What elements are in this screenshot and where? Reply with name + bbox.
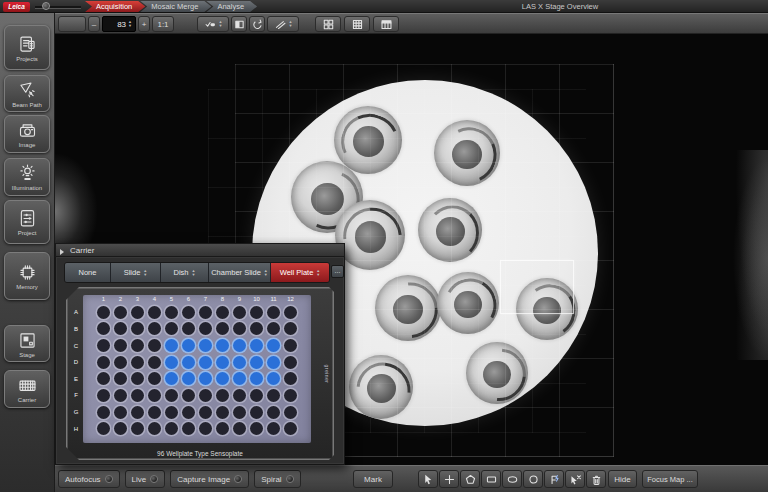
table-button[interactable]: [373, 16, 399, 32]
well-A8[interactable]: [216, 306, 229, 319]
well-F1[interactable]: [97, 389, 110, 402]
well-E3[interactable]: [131, 372, 144, 385]
well-D2[interactable]: [114, 356, 127, 369]
well-C8[interactable]: [216, 339, 229, 352]
select-region-button[interactable]: [58, 16, 86, 32]
tab-analyse[interactable]: Analyse: [206, 1, 257, 12]
sidebar-item-stage[interactable]: Stage: [4, 325, 50, 362]
sidebar-item-image[interactable]: Image: [4, 115, 50, 153]
well-A12[interactable]: [284, 306, 297, 319]
well-C9[interactable]: [233, 339, 246, 352]
crosshair-button[interactable]: [439, 470, 459, 488]
well-D12[interactable]: [284, 356, 297, 369]
well-H10[interactable]: [250, 422, 263, 435]
well-E9[interactable]: [233, 372, 246, 385]
circle-button[interactable]: [523, 470, 543, 488]
stepper-arrows[interactable]: ▲▼: [219, 20, 223, 27]
well-G2[interactable]: [114, 406, 127, 419]
well-A4[interactable]: [148, 306, 161, 319]
brightness-slider-knob[interactable]: [42, 2, 50, 10]
well-D11[interactable]: [267, 356, 280, 369]
well-B5[interactable]: [165, 322, 178, 335]
well-B10[interactable]: [250, 322, 263, 335]
well-F11[interactable]: [267, 389, 280, 402]
stepper-arrows[interactable]: ▲▼: [143, 269, 147, 276]
well-D7[interactable]: [199, 356, 212, 369]
well-F9[interactable]: [233, 389, 246, 402]
sidebar-item-project[interactable]: Project: [4, 200, 50, 244]
more-carriers-button[interactable]: ...: [331, 265, 344, 278]
mark-button[interactable]: Mark: [353, 470, 393, 488]
well-B7[interactable]: [199, 322, 212, 335]
well-D4[interactable]: [148, 356, 161, 369]
well-B6[interactable]: [182, 322, 195, 335]
delete-pointer-button[interactable]: [565, 470, 585, 488]
well-H6[interactable]: [182, 422, 195, 435]
tiles-button[interactable]: [315, 16, 341, 32]
well-E10[interactable]: [250, 372, 263, 385]
well-D3[interactable]: [131, 356, 144, 369]
well-E2[interactable]: [114, 372, 127, 385]
split-view-button[interactable]: [231, 16, 247, 32]
well-G12[interactable]: [284, 406, 297, 419]
well-G4[interactable]: [148, 406, 161, 419]
well-F6[interactable]: [182, 389, 195, 402]
well-A9[interactable]: [233, 306, 246, 319]
zoom-stepper[interactable]: ▲▼: [128, 20, 132, 27]
well-B9[interactable]: [233, 322, 246, 335]
well-G8[interactable]: [216, 406, 229, 419]
well-F10[interactable]: [250, 389, 263, 402]
well-G11[interactable]: [267, 406, 280, 419]
well-B1[interactable]: [97, 322, 110, 335]
autofocus-button[interactable]: Autofocus: [58, 470, 120, 488]
well-C5[interactable]: [165, 339, 178, 352]
well-D10[interactable]: [250, 356, 263, 369]
well-C6[interactable]: [182, 339, 195, 352]
well-B3[interactable]: [131, 322, 144, 335]
well-D9[interactable]: [233, 356, 246, 369]
sidebar-item-illumination[interactable]: Illumination: [4, 158, 50, 196]
carrier-type-none[interactable]: None: [65, 263, 111, 282]
well-D6[interactable]: [182, 356, 195, 369]
well-H9[interactable]: [233, 422, 246, 435]
well-E4[interactable]: [148, 372, 161, 385]
sidebar-item-projects[interactable]: Projects: [4, 25, 50, 70]
sidebar-item-beam-path[interactable]: Beam Path: [4, 75, 50, 112]
well-F2[interactable]: [114, 389, 127, 402]
sidebar-item-memory[interactable]: Memory: [4, 252, 50, 300]
live-button[interactable]: Live: [125, 470, 166, 488]
stepper-arrows[interactable]: ▲▼: [192, 269, 196, 276]
well-H2[interactable]: [114, 422, 127, 435]
well-H4[interactable]: [148, 422, 161, 435]
well-H7[interactable]: [199, 422, 212, 435]
well-H8[interactable]: [216, 422, 229, 435]
well-C7[interactable]: [199, 339, 212, 352]
actual-size-button[interactable]: 1:1: [152, 16, 174, 32]
well-A1[interactable]: [97, 306, 110, 319]
carrier-type-slide[interactable]: Slide▲▼: [111, 263, 161, 282]
well-C1[interactable]: [97, 339, 110, 352]
spiral-button[interactable]: Spiral: [254, 470, 300, 488]
well-G3[interactable]: [131, 406, 144, 419]
well-B11[interactable]: [267, 322, 280, 335]
well-H3[interactable]: [131, 422, 144, 435]
stepper-arrows[interactable]: ▲▼: [289, 20, 293, 27]
sidebar-item-carrier[interactable]: Carrier: [4, 370, 50, 408]
capture-image-button[interactable]: Capture Image: [170, 470, 249, 488]
well-B12[interactable]: [284, 322, 297, 335]
well-H5[interactable]: [165, 422, 178, 435]
well-E11[interactable]: [267, 372, 280, 385]
well-D5[interactable]: [165, 356, 178, 369]
well-G10[interactable]: [250, 406, 263, 419]
pointer-button[interactable]: [418, 470, 438, 488]
refresh-button[interactable]: [249, 16, 265, 32]
well-F4[interactable]: [148, 389, 161, 402]
well-B2[interactable]: [114, 322, 127, 335]
well-F7[interactable]: [199, 389, 212, 402]
well-C11[interactable]: [267, 339, 280, 352]
well-C12[interactable]: [284, 339, 297, 352]
well-A10[interactable]: [250, 306, 263, 319]
well-A6[interactable]: [182, 306, 195, 319]
focus-f-button[interactable]: [544, 470, 564, 488]
ellipse-button[interactable]: [502, 470, 522, 488]
